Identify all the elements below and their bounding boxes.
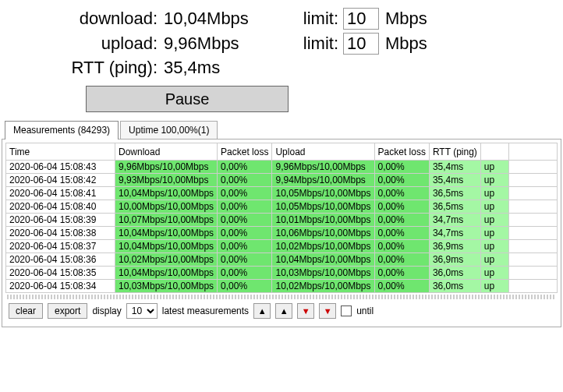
cell-upload: 10,05Mbps/10,00Mbps [272,200,374,214]
col-download[interactable]: Download [115,143,218,161]
until-checkbox[interactable] [341,305,352,316]
cell-upload: 9,94Mbps/10,00Mbps [272,174,374,187]
display-label: display [92,305,121,316]
col-upload[interactable]: Upload [272,143,374,161]
cell-packetloss-dl: 0,00% [218,174,272,187]
nav-prev-button[interactable]: ▲ [275,303,292,319]
cell-packetloss-ul: 0,00% [374,280,429,293]
limit-upload-input[interactable] [343,33,379,55]
table-row[interactable]: 2020-06-04 15:08:429,93Mbps/10,00Mbps0,0… [6,174,558,187]
nav-next-button[interactable]: ▼ [297,303,314,319]
cell-packetloss-dl: 0,00% [218,267,272,280]
cell-download: 10,02Mbps/10,00Mbps [115,253,218,267]
cell-upload: 10,04Mbps/10,00Mbps [272,253,374,267]
cell-download: 10,04Mbps/10,00Mbps [115,227,218,240]
table-row[interactable]: 2020-06-04 15:08:3510,04Mbps/10,00Mbps0,… [6,267,558,280]
tab-uptime[interactable]: Uptime 100,00%(1) [120,121,218,139]
cell-packetloss-dl: 0,00% [218,214,272,227]
display-count-select[interactable]: 10 [126,303,158,319]
cell-time: 2020-06-04 15:08:35 [6,267,115,280]
cell-rtt: 34,7ms [429,214,480,227]
cell-blank [508,253,557,267]
col-rtt[interactable]: RTT (ping) [429,143,480,161]
rtt-label: RTT (ping): [8,58,164,78]
cell-packetloss-ul: 0,00% [374,174,429,187]
cell-packetloss-ul: 0,00% [374,161,429,174]
until-label: until [356,305,374,316]
cell-status: up [480,200,508,214]
table-row[interactable]: 2020-06-04 15:08:4010,00Mbps/10,00Mbps0,… [6,200,558,214]
cell-rtt: 36,5ms [429,200,480,214]
cell-blank [508,174,557,187]
col-time[interactable]: Time [6,143,115,161]
cell-packetloss-ul: 0,00% [374,253,429,267]
limit-download-input[interactable] [343,8,379,30]
col-packetloss-dl[interactable]: Packet loss [218,143,272,161]
down-icon: ▼ [302,306,310,316]
table-row[interactable]: 2020-06-04 15:08:439,96Mbps/10,00Mbps0,0… [6,161,558,174]
cell-rtt: 36,9ms [429,253,480,267]
cell-rtt: 35,4ms [429,161,480,174]
cell-upload: 10,06Mbps/10,00Mbps [272,227,374,240]
cell-rtt: 36,5ms [429,187,480,200]
nav-last-button[interactable]: ▼ [319,303,336,319]
tab-measurements[interactable]: Measurements (84293) [5,121,119,139]
nav-first-button[interactable]: ▲ [253,303,271,319]
upload-value: 9,96Mbps [164,34,296,54]
cell-status: up [480,240,508,253]
cell-time: 2020-06-04 15:08:37 [6,240,115,253]
download-label: download: [8,9,164,29]
cell-rtt: 36,9ms [429,240,480,253]
col-blank [508,143,557,161]
limit-upload-unit: Mbps [379,34,427,54]
table-row[interactable]: 2020-06-04 15:08:3710,04Mbps/10,00Mbps0,… [6,240,558,253]
cell-download: 10,07Mbps/10,00Mbps [115,214,218,227]
table-row[interactable]: 2020-06-04 15:08:3810,04Mbps/10,00Mbps0,… [6,227,558,240]
cell-blank [508,187,557,200]
cell-rtt: 35,4ms [429,174,480,187]
table-row[interactable]: 2020-06-04 15:08:3910,07Mbps/10,00Mbps0,… [6,214,558,227]
cell-time: 2020-06-04 15:08:38 [6,227,115,240]
cell-time: 2020-06-04 15:08:34 [6,280,115,293]
cell-status: up [480,174,508,187]
cell-packetloss-dl: 0,00% [218,161,272,174]
cell-packetloss-ul: 0,00% [374,200,429,214]
table-row[interactable]: 2020-06-04 15:08:3610,02Mbps/10,00Mbps0,… [6,253,558,267]
cell-packetloss-ul: 0,00% [374,187,429,200]
col-packetloss-ul[interactable]: Packet loss [374,143,429,161]
cell-packetloss-ul: 0,00% [374,214,429,227]
limit-download-unit: Mbps [379,9,427,29]
cell-packetloss-dl: 0,00% [218,280,272,293]
bar-down-icon: ▼ [324,306,332,316]
cell-upload: 10,01Mbps/10,00Mbps [272,214,374,227]
col-status[interactable] [480,143,508,161]
cell-time: 2020-06-04 15:08:36 [6,253,115,267]
cell-status: up [480,161,508,174]
cell-blank [508,267,557,280]
cell-blank [508,214,557,227]
cell-packetloss-ul: 0,00% [374,267,429,280]
cell-download: 9,93Mbps/10,00Mbps [115,174,218,187]
clear-button[interactable]: clear [9,303,43,319]
export-button[interactable]: export [48,303,87,319]
cell-upload: 10,05Mbps/10,00Mbps [272,187,374,200]
cell-status: up [480,214,508,227]
limit-upload-label: limit: [296,34,343,54]
cell-time: 2020-06-04 15:08:39 [6,214,115,227]
cell-packetloss-dl: 0,00% [218,187,272,200]
upload-label: upload: [8,34,164,54]
table-row[interactable]: 2020-06-04 15:08:3410,03Mbps/10,00Mbps0,… [6,280,558,293]
splitter[interactable] [7,295,556,299]
cell-time: 2020-06-04 15:08:40 [6,200,115,214]
table-row[interactable]: 2020-06-04 15:08:4110,04Mbps/10,00Mbps0,… [6,187,558,200]
cell-status: up [480,187,508,200]
pause-button[interactable]: Pause [86,86,289,112]
cell-time: 2020-06-04 15:08:43 [6,161,115,174]
latest-label: latest measurements [162,305,249,316]
cell-blank [508,280,557,293]
cell-upload: 10,03Mbps/10,00Mbps [272,267,374,280]
up-icon: ▲ [280,306,289,316]
cell-upload: 9,96Mbps/10,00Mbps [272,161,374,174]
cell-download: 9,96Mbps/10,00Mbps [115,161,218,174]
cell-status: up [480,280,508,293]
